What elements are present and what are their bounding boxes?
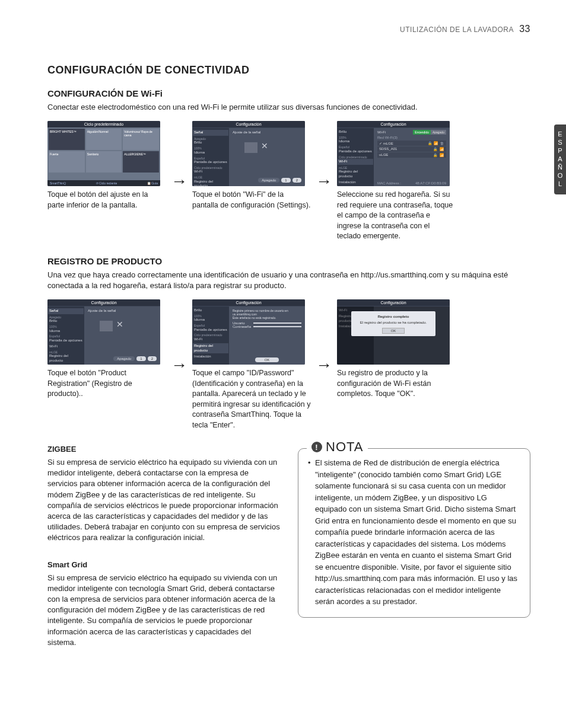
network-row: ✓ mLGE🔒 📶 🗑: [377, 141, 446, 146]
btn-2: 2: [292, 178, 301, 183]
screenshot-registration-complete: Configuración Wi-Fi Registro del product…: [337, 299, 450, 365]
cycle-title: Ciclo predeterminado: [47, 121, 160, 127]
running-header: UTILIZACIÓN DE LA LAVADORA 33: [47, 24, 530, 34]
wifi-intro: Conectar este electrodoméstico con una r…: [47, 102, 530, 113]
password-field: [253, 326, 301, 327]
wifi-steps-row: Ciclo predeterminado BRIGHT WHITES™ Algo…: [47, 121, 530, 242]
reg-step-3: Configuración Wi-Fi Registro del product…: [337, 299, 456, 400]
reg-step2-caption: Toque el campo "ID/Password" (Identifica…: [192, 368, 311, 430]
page-number: 33: [519, 24, 530, 34]
speaker-icon: [244, 142, 257, 153]
wifi-step3-caption: Seleccione su red hogareña. Si su red re…: [337, 190, 456, 242]
info-icon: !: [311, 442, 322, 452]
modal-body: El registro del producto se ha completad…: [355, 321, 432, 324]
screenshot-registration-form: Configuración Brillo 100% Idioma Español…: [192, 299, 305, 365]
arrow-icon: →: [171, 149, 187, 214]
cycle-cell: Voluminoso/ Ropa de cama: [123, 129, 159, 150]
nota-title: ! NOTA: [307, 439, 368, 455]
registration-intro: Una vez que haya creado correctamente un…: [47, 270, 530, 291]
modal-title: Registro completo: [355, 315, 432, 318]
mock-title: Configuración: [192, 121, 305, 127]
ok-button: OK: [255, 357, 279, 362]
reg-step-1: Configuración Señal Apagado Brillo 100% …: [47, 299, 166, 400]
wifi-toggle: EncendidoApagado: [413, 130, 446, 134]
reg-steps-row: Configuración Señal Apagado Brillo 100% …: [47, 299, 530, 430]
sidebar-senal: Señal: [193, 130, 228, 136]
wifi-step2-caption: Toque el botón "Wi-Fi" de la pantalla de…: [192, 190, 311, 210]
modal-dialog: Registro completo El registro del produc…: [351, 311, 435, 336]
cycle-cell: Algodón/Normal: [86, 129, 122, 150]
zigbee-heading: ZIGBEE: [47, 445, 280, 454]
wifi-step-1: Ciclo predeterminado BRIGHT WHITES™ Algo…: [47, 121, 166, 210]
smartgrid-body: Si su empresa de servicio eléctrico ha e…: [47, 573, 280, 648]
reg-step1-caption: Toque el botón "Product Registration" (R…: [47, 368, 166, 400]
wifi-step-2: Configuración Señal Apagado Brillo 100% …: [192, 121, 311, 210]
btn-off: Apagado: [258, 178, 279, 183]
bottom-link: 📋 Guía: [147, 181, 158, 185]
arrow-icon: →: [171, 333, 187, 398]
nota-box: ! NOTA El sistema de Red de distribución…: [298, 448, 530, 618]
zigbee-body: Si su empresa de servicio eléctrico ha e…: [47, 457, 280, 544]
nota-item: El sistema de Red de distribución de ene…: [308, 457, 520, 608]
arrow-icon: →: [316, 333, 332, 398]
bottom-link: SmartThinQ: [50, 181, 66, 185]
smartgrid-heading: Smart Grid: [47, 560, 280, 569]
network-row: uLGE🔒 📶: [377, 152, 446, 158]
cycle-cell: ALLERGIENE™: [123, 151, 159, 173]
arrow-icon: →: [316, 149, 332, 214]
network-row: SDSS_A01🔒 📶: [377, 146, 446, 152]
mock-title: Configuración: [337, 121, 450, 127]
cycle-cell: Sanitario: [86, 151, 122, 173]
signal-label: Ajuste de la señal: [233, 130, 301, 134]
cycle-cell: Fuerte: [49, 151, 85, 173]
btn-1: 1: [281, 178, 290, 183]
lower-columns: ZIGBEE Si su empresa de servicio eléctri…: [47, 445, 530, 653]
screenshot-settings-signal: Configuración Señal Apagado Brillo 100% …: [192, 121, 305, 186]
registration-heading: REGISTRO DE PRODUCTO: [47, 256, 530, 266]
reg-step3-caption: Su registro de producto y la configuraci…: [337, 368, 456, 400]
section-name: UTILIZACIÓN DE LA LAVADORA: [400, 25, 513, 34]
wifi-step1-caption: Toque el botón del ajuste en la parte in…: [47, 190, 166, 210]
wifi-heading: CONFIGURACIÓN DE Wi-Fi: [47, 88, 530, 98]
page: UTILIZACIÓN DE LA LAVADORA 33 CONFIGURAC…: [0, 0, 566, 688]
user-field: [253, 323, 301, 324]
language-tab: ESPAÑOL: [554, 124, 566, 194]
main-heading: CONFIGURACIÓN DE CONECTIVIDAD: [47, 64, 530, 76]
modal-ok-button: OK: [382, 328, 405, 334]
screenshot-wifi-list: Configuración Brillo 100% Idioma Español…: [337, 121, 450, 186]
cycle-cell: BRIGHT WHITES™: [49, 129, 85, 150]
screenshot-settings-signal: Configuración Señal Apagado Brillo 100% …: [47, 299, 160, 365]
speaker-icon: [100, 321, 113, 331]
reg-step-2: Configuración Brillo 100% Idioma Español…: [192, 299, 311, 430]
bottom-link: ⟳ Ciclo reciente: [96, 181, 117, 185]
screenshot-cycle: Ciclo predeterminado BRIGHT WHITES™ Algo…: [47, 121, 160, 186]
wifi-step-3: Configuración Brillo 100% Idioma Español…: [337, 121, 456, 242]
